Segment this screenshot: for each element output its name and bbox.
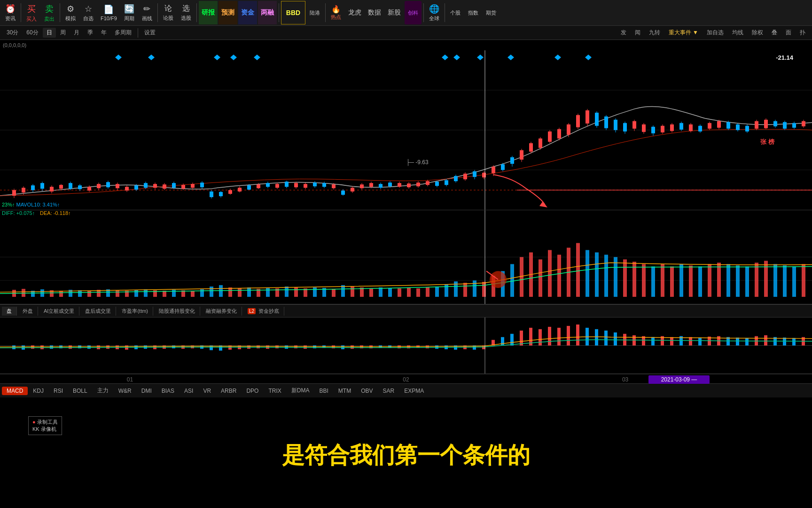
indicator-bias[interactable]: BIAS bbox=[157, 387, 179, 395]
svg-rect-75 bbox=[285, 182, 289, 187]
draw-button[interactable]: ✏ 画线 bbox=[139, 1, 156, 24]
period-day[interactable]: 日 bbox=[43, 28, 56, 38]
indicator-mtm[interactable]: MTM bbox=[334, 387, 356, 395]
newstock-button[interactable]: 新股 bbox=[385, 1, 404, 24]
svg-rect-157 bbox=[670, 125, 674, 131]
indicator-expma[interactable]: EXPMA bbox=[399, 387, 429, 395]
hkconnect-button[interactable]: 陆港 bbox=[306, 1, 323, 24]
f10-button[interactable]: 📄 F10/F9 bbox=[98, 1, 120, 24]
svg-rect-256 bbox=[623, 259, 627, 297]
indicator-obv[interactable]: OBV bbox=[356, 387, 377, 395]
pu-btn[interactable]: 扑 bbox=[796, 28, 809, 38]
indicator-main[interactable]: 主力 bbox=[93, 386, 113, 396]
ex-rights-btn[interactable]: 除权 bbox=[748, 28, 767, 38]
select-button[interactable]: 选 选股 bbox=[178, 1, 195, 24]
chuangke-button[interactable]: 创科 bbox=[405, 1, 422, 24]
research-button[interactable]: 研报 bbox=[199, 1, 218, 24]
svg-rect-232 bbox=[407, 287, 411, 297]
simulate-button[interactable]: ⚙ 模拟 bbox=[62, 1, 79, 24]
discuss-button[interactable]: 论 论股 bbox=[160, 1, 177, 24]
tab-northbound[interactable]: 陆股通持股变化 bbox=[154, 307, 200, 316]
settings-btn[interactable]: 设置 bbox=[141, 28, 159, 38]
tab-ai[interactable]: AI立桩成交里 bbox=[39, 307, 79, 316]
tab-fund-bottom[interactable]: 资金抄底 bbox=[258, 308, 279, 314]
wen-btn[interactable]: 闻 bbox=[631, 28, 644, 38]
data-button[interactable]: 数据 bbox=[365, 1, 384, 24]
svg-rect-233 bbox=[416, 288, 420, 297]
buy-button[interactable]: 买 买入 bbox=[23, 1, 40, 24]
tab-pan[interactable]: 盘 bbox=[2, 307, 17, 316]
add-watchlist-btn[interactable]: 加自选 bbox=[703, 28, 727, 38]
tab-margin-change[interactable]: 融资融券变化 bbox=[201, 307, 242, 316]
indicator-sar[interactable]: SAR bbox=[378, 387, 399, 395]
indicator-newdma[interactable]: 新DMA bbox=[287, 386, 314, 396]
fa-btn[interactable]: 发 bbox=[617, 28, 630, 38]
major-events-btn[interactable]: 重大事件 ▼ bbox=[665, 28, 702, 38]
indicator-dpo[interactable]: DPO bbox=[242, 387, 263, 395]
svg-rect-47 bbox=[153, 184, 157, 188]
bbd-button[interactable]: BBD bbox=[281, 1, 305, 24]
right-buttons: 发 闻 九转 重大事件 ▼ 加自选 均线 除权 叠 面 扑 bbox=[617, 28, 809, 38]
svg-rect-147 bbox=[623, 123, 627, 132]
period-button[interactable]: 🔄 周期 bbox=[121, 1, 138, 24]
svg-rect-73 bbox=[275, 184, 279, 188]
svg-rect-274 bbox=[792, 266, 796, 297]
overlay-btn[interactable]: 叠 bbox=[768, 28, 781, 38]
face-btn[interactable]: 面 bbox=[782, 28, 795, 38]
svg-rect-226 bbox=[351, 286, 354, 297]
svg-rect-234 bbox=[426, 287, 429, 297]
longtiger-button[interactable]: 龙虎 bbox=[345, 1, 364, 24]
indicator-arbr[interactable]: ARBR bbox=[216, 387, 241, 395]
indicator-bbi[interactable]: BBI bbox=[314, 387, 333, 395]
indicator-rsi[interactable]: RSI bbox=[49, 387, 68, 395]
index-button[interactable]: 指数 bbox=[465, 1, 482, 24]
svg-rect-113 bbox=[463, 174, 467, 179]
indicator-asi[interactable]: ASI bbox=[180, 387, 198, 395]
chuangke-icon: 创科 bbox=[408, 9, 418, 16]
ma-btn[interactable]: 均线 bbox=[728, 28, 747, 38]
svg-rect-323 bbox=[426, 346, 429, 349]
period-year[interactable]: 年 bbox=[97, 28, 110, 38]
hotspot-button[interactable]: 🔥 热点 bbox=[328, 1, 344, 24]
sell-button[interactable]: 卖 卖出 bbox=[41, 1, 58, 24]
toolbar-clock[interactable]: ⏰ 资讯 bbox=[2, 1, 19, 24]
svg-rect-169 bbox=[726, 122, 730, 129]
watchlist-button[interactable]: ☆ 自选 bbox=[80, 1, 97, 24]
predict-button[interactable]: 预测 bbox=[219, 1, 237, 24]
global-button[interactable]: 🌐 全球 bbox=[426, 1, 443, 24]
predict-icon: 预测 bbox=[221, 8, 234, 17]
price-chart[interactable]: L L -21.14 ├─ -9.63 张 榜 23%↑ MAVOL10: 3.… bbox=[0, 50, 812, 210]
indicator-macd[interactable]: MACD bbox=[2, 387, 28, 395]
svg-rect-204 bbox=[144, 289, 148, 297]
svg-rect-119 bbox=[492, 167, 495, 173]
svg-rect-225 bbox=[341, 285, 345, 297]
macd-chart[interactable] bbox=[0, 318, 812, 374]
capital-button[interactable]: 资金 bbox=[238, 1, 257, 24]
tab-waipan[interactable]: 外盘 bbox=[18, 307, 38, 316]
jiuzhuan-btn[interactable]: 九转 bbox=[645, 28, 664, 38]
indicator-boll[interactable]: BOLL bbox=[68, 387, 92, 395]
period-60min[interactable]: 60分 bbox=[23, 28, 42, 38]
period-quarter[interactable]: 季 bbox=[84, 28, 97, 38]
period-multi[interactable]: 多周期 bbox=[111, 28, 135, 38]
indicator-kdj[interactable]: KDJ bbox=[28, 387, 48, 395]
margin-button[interactable]: 两融 bbox=[258, 1, 277, 24]
zhang-label: 张 榜 bbox=[760, 138, 774, 146]
indicator-vr[interactable]: VR bbox=[198, 387, 216, 395]
svg-rect-351 bbox=[689, 337, 692, 346]
svg-rect-159 bbox=[679, 123, 683, 130]
tab-aftermarket[interactable]: 盘后成交里 bbox=[80, 307, 116, 316]
volume-chart[interactable]: DIFF: +0.075↑ DEA: -0.118↑ bbox=[0, 210, 812, 304]
svg-rect-248 bbox=[548, 250, 552, 297]
stock-button[interactable]: 个股 bbox=[447, 1, 464, 24]
period-30min[interactable]: 30分 bbox=[3, 28, 22, 38]
indicator-dmi[interactable]: DMI bbox=[137, 387, 156, 395]
period-week[interactable]: 周 bbox=[56, 28, 70, 38]
svg-rect-336 bbox=[548, 327, 551, 346]
svg-rect-352 bbox=[698, 338, 702, 346]
futures-button[interactable]: 期货 bbox=[483, 1, 500, 24]
period-month[interactable]: 月 bbox=[70, 28, 83, 38]
tab-pe[interactable]: 市盈率(ttm) bbox=[117, 307, 153, 316]
indicator-trix[interactable]: TRIX bbox=[264, 387, 286, 395]
indicator-wr[interactable]: W&R bbox=[114, 387, 136, 395]
